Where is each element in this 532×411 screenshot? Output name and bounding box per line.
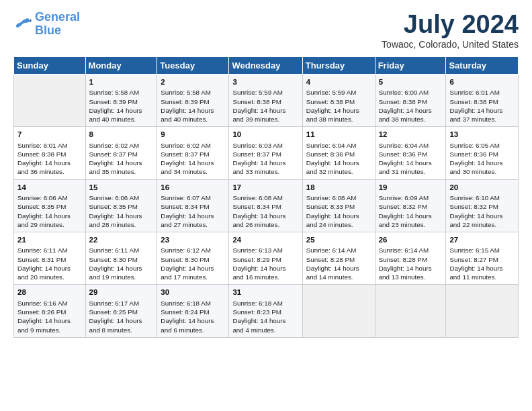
calendar-cell: 1Sunrise: 5:58 AM Sunset: 8:39 PM Daylig… <box>85 74 157 126</box>
day-number: 23 <box>161 235 225 246</box>
page: General Blue July 2024 Towaoc, Colorado,… <box>0 0 532 345</box>
calendar-cell <box>302 285 375 337</box>
calendar-cell: 28Sunrise: 6:16 AM Sunset: 8:26 PM Dayli… <box>14 285 86 337</box>
cell-content: Sunrise: 6:14 AM Sunset: 8:28 PM Dayligh… <box>379 246 443 281</box>
calendar-cell: 23Sunrise: 6:12 AM Sunset: 8:30 PM Dayli… <box>157 232 229 284</box>
day-number: 8 <box>89 130 154 140</box>
week-row-2: 7Sunrise: 6:01 AM Sunset: 8:38 PM Daylig… <box>14 127 519 179</box>
day-number: 17 <box>232 183 298 193</box>
cell-content: Sunrise: 6:18 AM Sunset: 8:24 PM Dayligh… <box>161 299 225 334</box>
day-number: 26 <box>379 235 443 246</box>
calendar-cell: 12Sunrise: 6:04 AM Sunset: 8:36 PM Dayli… <box>375 127 446 179</box>
day-number: 16 <box>161 183 225 193</box>
cell-content: Sunrise: 6:17 AM Sunset: 8:25 PM Dayligh… <box>89 299 154 334</box>
day-number: 10 <box>232 130 298 140</box>
day-number: 3 <box>232 77 298 88</box>
day-number: 6 <box>449 77 515 88</box>
calendar-cell: 20Sunrise: 6:10 AM Sunset: 8:32 PM Dayli… <box>446 179 519 232</box>
calendar-cell: 14Sunrise: 6:06 AM Sunset: 8:35 PM Dayli… <box>14 179 86 232</box>
calendar-cell: 6Sunrise: 6:01 AM Sunset: 8:38 PM Daylig… <box>446 74 519 126</box>
weekday-friday: Friday <box>375 56 446 74</box>
cell-content: Sunrise: 5:59 AM Sunset: 8:38 PM Dayligh… <box>306 88 371 124</box>
day-number: 7 <box>17 130 82 140</box>
calendar-cell: 11Sunrise: 6:04 AM Sunset: 8:36 PM Dayli… <box>302 127 375 179</box>
cell-content: Sunrise: 5:59 AM Sunset: 8:38 PM Dayligh… <box>232 88 298 124</box>
cell-content: Sunrise: 6:18 AM Sunset: 8:23 PM Dayligh… <box>232 299 298 334</box>
day-number: 27 <box>449 235 515 246</box>
calendar-cell <box>14 74 86 126</box>
subtitle: Towaoc, Colorado, United States <box>382 39 519 50</box>
week-row-1: 1Sunrise: 5:58 AM Sunset: 8:39 PM Daylig… <box>14 74 519 126</box>
title-block: July 2024 Towaoc, Colorado, United State… <box>382 11 519 50</box>
weekday-thursday: Thursday <box>302 56 375 74</box>
cell-content: Sunrise: 6:02 AM Sunset: 8:37 PM Dayligh… <box>161 141 225 177</box>
cell-content: Sunrise: 6:06 AM Sunset: 8:35 PM Dayligh… <box>17 193 82 229</box>
calendar-cell: 24Sunrise: 6:13 AM Sunset: 8:29 PM Dayli… <box>229 232 302 284</box>
cell-content: Sunrise: 6:07 AM Sunset: 8:34 PM Dayligh… <box>161 193 225 229</box>
cell-content: Sunrise: 6:06 AM Sunset: 8:35 PM Dayligh… <box>89 193 154 229</box>
week-row-4: 21Sunrise: 6:11 AM Sunset: 8:31 PM Dayli… <box>14 232 519 284</box>
cell-content: Sunrise: 6:01 AM Sunset: 8:38 PM Dayligh… <box>17 141 82 177</box>
day-number: 30 <box>161 287 225 298</box>
calendar-cell: 31Sunrise: 6:18 AM Sunset: 8:23 PM Dayli… <box>229 285 302 337</box>
day-number: 11 <box>306 130 371 140</box>
calendar-cell: 19Sunrise: 6:09 AM Sunset: 8:32 PM Dayli… <box>375 179 446 232</box>
cell-content: Sunrise: 6:14 AM Sunset: 8:28 PM Dayligh… <box>306 246 371 281</box>
calendar-cell: 7Sunrise: 6:01 AM Sunset: 8:38 PM Daylig… <box>14 127 86 179</box>
cell-content: Sunrise: 6:08 AM Sunset: 8:33 PM Dayligh… <box>306 193 371 229</box>
day-number: 28 <box>17 287 82 298</box>
cell-content: Sunrise: 6:11 AM Sunset: 8:31 PM Dayligh… <box>17 246 82 281</box>
calendar-cell: 16Sunrise: 6:07 AM Sunset: 8:34 PM Dayli… <box>157 179 229 232</box>
calendar-cell <box>446 285 519 337</box>
day-number: 9 <box>161 130 225 140</box>
day-number: 15 <box>89 183 154 193</box>
weekday-wednesday: Wednesday <box>229 56 302 74</box>
calendar-cell: 21Sunrise: 6:11 AM Sunset: 8:31 PM Dayli… <box>14 232 86 284</box>
day-number: 22 <box>89 235 154 246</box>
cell-content: Sunrise: 5:58 AM Sunset: 8:39 PM Dayligh… <box>89 88 154 124</box>
day-number: 21 <box>17 235 82 246</box>
day-number: 25 <box>306 235 371 246</box>
calendar-cell: 25Sunrise: 6:14 AM Sunset: 8:28 PM Dayli… <box>302 232 375 284</box>
calendar-cell: 29Sunrise: 6:17 AM Sunset: 8:25 PM Dayli… <box>85 285 157 337</box>
day-number: 29 <box>89 287 154 298</box>
day-number: 24 <box>232 235 298 246</box>
day-number: 13 <box>449 130 515 140</box>
weekday-tuesday: Tuesday <box>157 56 229 74</box>
day-number: 18 <box>306 183 371 193</box>
weekday-monday: Monday <box>85 56 157 74</box>
cell-content: Sunrise: 6:05 AM Sunset: 8:36 PM Dayligh… <box>449 141 515 177</box>
cell-content: Sunrise: 6:09 AM Sunset: 8:32 PM Dayligh… <box>379 193 443 229</box>
day-number: 20 <box>449 183 515 193</box>
calendar-cell: 17Sunrise: 6:08 AM Sunset: 8:34 PM Dayli… <box>229 179 302 232</box>
cell-content: Sunrise: 5:58 AM Sunset: 8:39 PM Dayligh… <box>161 88 225 124</box>
logo-text: General Blue <box>35 11 80 38</box>
calendar: SundayMondayTuesdayWednesdayThursdayFrid… <box>13 56 519 338</box>
calendar-cell: 15Sunrise: 6:06 AM Sunset: 8:35 PM Dayli… <box>85 179 157 232</box>
week-row-5: 28Sunrise: 6:16 AM Sunset: 8:26 PM Dayli… <box>14 285 519 337</box>
calendar-cell: 10Sunrise: 6:03 AM Sunset: 8:37 PM Dayli… <box>229 127 302 179</box>
day-number: 5 <box>379 77 443 88</box>
cell-content: Sunrise: 6:10 AM Sunset: 8:32 PM Dayligh… <box>449 193 515 229</box>
calendar-cell: 5Sunrise: 6:00 AM Sunset: 8:38 PM Daylig… <box>375 74 446 126</box>
logo: General Blue <box>13 11 80 38</box>
calendar-cell: 8Sunrise: 6:02 AM Sunset: 8:37 PM Daylig… <box>85 127 157 179</box>
cell-content: Sunrise: 6:04 AM Sunset: 8:36 PM Dayligh… <box>306 141 371 177</box>
calendar-cell: 3Sunrise: 5:59 AM Sunset: 8:38 PM Daylig… <box>229 74 302 126</box>
calendar-cell: 30Sunrise: 6:18 AM Sunset: 8:24 PM Dayli… <box>157 285 229 337</box>
calendar-cell: 4Sunrise: 5:59 AM Sunset: 8:38 PM Daylig… <box>302 74 375 126</box>
weekday-header-row: SundayMondayTuesdayWednesdayThursdayFrid… <box>14 56 519 74</box>
main-title: July 2024 <box>382 11 519 39</box>
cell-content: Sunrise: 6:08 AM Sunset: 8:34 PM Dayligh… <box>232 193 298 229</box>
day-number: 1 <box>89 77 154 88</box>
calendar-cell: 13Sunrise: 6:05 AM Sunset: 8:36 PM Dayli… <box>446 127 519 179</box>
cell-content: Sunrise: 6:15 AM Sunset: 8:27 PM Dayligh… <box>449 246 515 281</box>
header: General Blue July 2024 Towaoc, Colorado,… <box>13 11 519 50</box>
calendar-cell: 27Sunrise: 6:15 AM Sunset: 8:27 PM Dayli… <box>446 232 519 284</box>
calendar-cell: 26Sunrise: 6:14 AM Sunset: 8:28 PM Dayli… <box>375 232 446 284</box>
day-number: 12 <box>379 130 443 140</box>
day-number: 31 <box>232 287 298 298</box>
day-number: 14 <box>17 183 82 193</box>
logo-bird-icon <box>13 15 32 34</box>
weekday-sunday: Sunday <box>14 56 86 74</box>
